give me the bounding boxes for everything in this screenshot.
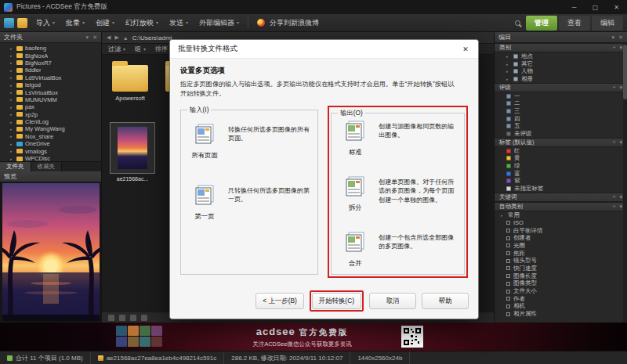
category-item[interactable]: ▸ 地点: [495, 52, 627, 60]
back-button[interactable]: < 上一步(B): [256, 293, 304, 309]
folder-tree-item[interactable]: ▸ baofeng: [0, 45, 101, 52]
auto-category-item[interactable]: 创建者: [495, 234, 627, 242]
folder-tree-item[interactable]: ▸ MUMUVMM: [0, 96, 101, 103]
folder-tree-item[interactable]: ▸ OneDrive: [0, 140, 101, 147]
folder-tree-item[interactable]: ▸ xp2p: [0, 111, 101, 118]
color-label-item[interactable]: 紫: [495, 178, 627, 186]
auto-category-item[interactable]: 相机: [495, 303, 627, 311]
add-icon[interactable]: +: [612, 45, 615, 51]
checkbox-icon[interactable]: [506, 274, 510, 278]
details-icon[interactable]: [130, 315, 136, 321]
tab-folders[interactable]: 文件夹: [0, 162, 31, 171]
toolbar-menu[interactable]: 幻灯放映 ▾: [120, 16, 164, 31]
section-categories[interactable]: 类别 +▾: [495, 43, 627, 52]
input-option[interactable]: 第一页 只转换任何所选多页图像的第一页。: [187, 185, 311, 221]
image-item-selected[interactable]: ae21568ac...: [110, 122, 157, 182]
dialog-close-button[interactable]: ✕: [453, 40, 478, 58]
catalog-scrollbar[interactable]: [623, 43, 627, 323]
expand-icon[interactable]: ▸: [10, 53, 14, 58]
expand-icon[interactable]: ▸: [10, 112, 14, 117]
thumbnails-icon[interactable]: [119, 315, 125, 321]
output-option[interactable]: 合并 创建一个包含所选全部图像的多页图像。: [338, 232, 458, 268]
expand-icon[interactable]: ▸: [10, 60, 14, 65]
expand-icon[interactable]: ▸: [10, 90, 14, 95]
expand-icon[interactable]: ▸: [10, 105, 14, 110]
close-button[interactable]: ✕: [606, 0, 627, 14]
tab-edit[interactable]: 编辑: [592, 16, 623, 31]
section-auto-categories[interactable]: 自动类别 +▾: [495, 202, 627, 211]
back-icon[interactable]: ◀: [107, 34, 111, 41]
add-icon[interactable]: +: [612, 194, 615, 200]
share-weibo-button[interactable]: 分享到新浪微博: [252, 16, 324, 31]
search-icon[interactable]: [515, 20, 520, 26]
expand-icon[interactable]: ▸: [10, 134, 14, 139]
pin-icon[interactable]: ▾: [86, 34, 89, 41]
color-label-item[interactable]: 黄: [495, 155, 627, 163]
checkbox-icon[interactable]: [506, 290, 510, 294]
filmstrip-icon[interactable]: [141, 315, 147, 321]
folder-item[interactable]: Apowersoft: [110, 59, 150, 102]
maximize-button[interactable]: ▢: [585, 0, 606, 14]
auto-category-item[interactable]: 焦距: [495, 250, 627, 258]
folder-tree-item[interactable]: ▸ ClentLog: [0, 118, 101, 125]
toolbar-menu[interactable]: 批量 ▾: [60, 16, 90, 31]
toolbar-menu[interactable]: 发送 ▾: [164, 16, 194, 31]
expand-icon[interactable]: ▸: [10, 157, 14, 161]
expand-icon[interactable]: ▸: [501, 213, 505, 218]
filter-menu[interactable]: 过滤 ▾: [108, 45, 125, 53]
folder-tree-item[interactable]: ▸ fiddler: [0, 67, 101, 74]
close-panel-icon[interactable]: ✕: [92, 34, 97, 41]
promo-banner[interactable]: acdsee官方免费版 关注ACDSee微信公众号获取更多资讯: [0, 323, 627, 351]
folder-tree-item[interactable]: ▸ Ld9VirtualBox: [0, 74, 101, 81]
output-option[interactable]: 拆分 创建单页图像。对于任何所选的多页图像，为每个页面创建一个单独的图像。: [338, 176, 458, 212]
auto-category-item[interactable]: 图像长度: [495, 272, 627, 280]
toolbar-menu[interactable]: 导入 ▾: [31, 16, 60, 31]
start-convert-button[interactable]: 开始转换(C): [312, 293, 361, 309]
expand-icon[interactable]: ▸: [506, 54, 510, 59]
checkbox-icon[interactable]: [506, 236, 510, 240]
expand-icon[interactable]: ▸: [506, 69, 510, 74]
checkbox-icon[interactable]: [506, 282, 510, 286]
tab-manage[interactable]: 管理: [526, 16, 557, 31]
folder-tree-item[interactable]: ▸ leigod: [0, 81, 101, 88]
minimize-button[interactable]: ─: [564, 0, 585, 14]
folder-tree-item[interactable]: ▸ LsVirtualBox: [0, 88, 101, 96]
tab-favorites[interactable]: 收藏夹: [31, 162, 63, 171]
cancel-button[interactable]: 取消: [369, 293, 416, 309]
rating-item[interactable]: 未评级: [495, 130, 627, 138]
breadcrumb[interactable]: C:\Users\admi: [132, 34, 172, 41]
color-label-item[interactable]: 蓝: [495, 170, 627, 178]
auto-category-item[interactable]: 相片属性: [495, 310, 627, 318]
checkbox-icon[interactable]: [506, 312, 510, 316]
rating-item[interactable]: 一: [495, 92, 627, 100]
tab-view[interactable]: 查看: [559, 16, 590, 31]
category-item[interactable]: ▸ 人物: [495, 67, 627, 75]
expand-icon[interactable]: ▸: [10, 127, 14, 132]
auto-category-group[interactable]: ▸ 常用: [495, 211, 627, 219]
expand-icon[interactable]: ▸: [10, 142, 14, 146]
checkbox-icon[interactable]: [506, 229, 510, 232]
section-ratings[interactable]: 评级 +▾: [495, 83, 627, 92]
folder-tree-item[interactable]: ▸ BigNoxR7: [0, 59, 101, 67]
rating-item[interactable]: 二: [495, 99, 627, 107]
color-label-item[interactable]: 绿: [495, 162, 627, 170]
up-icon[interactable]: ▲: [123, 35, 129, 41]
folder-tree-item[interactable]: ▸ BigNoxA: [0, 52, 101, 59]
close-panel-icon[interactable]: ✕: [618, 34, 623, 41]
auto-category-item[interactable]: 快门速度: [495, 265, 627, 272]
pin-icon[interactable]: ▾: [612, 34, 615, 41]
collapse-icon[interactable]: ▾: [619, 194, 622, 200]
folder-tree-item[interactable]: ▸ WPCDisc: [0, 155, 101, 161]
folder-tree-item[interactable]: ▸ Nox_share: [0, 133, 101, 140]
rating-item[interactable]: 三: [495, 107, 627, 115]
category-item[interactable]: ▸ 相册: [495, 75, 627, 83]
auto-category-item[interactable]: 光圈: [495, 242, 627, 250]
collapse-icon[interactable]: ▾: [619, 139, 622, 146]
auto-category-item[interactable]: 镜头型号: [495, 257, 627, 265]
add-icon[interactable]: +: [612, 85, 615, 91]
auto-category-item[interactable]: 图像类型: [495, 280, 627, 288]
folder-tree-item[interactable]: ▸ vmalogs: [0, 147, 101, 154]
collapse-icon[interactable]: ▾: [619, 45, 622, 51]
auto-category-item[interactable]: 作者: [495, 295, 627, 303]
checkbox-icon[interactable]: [506, 266, 510, 270]
